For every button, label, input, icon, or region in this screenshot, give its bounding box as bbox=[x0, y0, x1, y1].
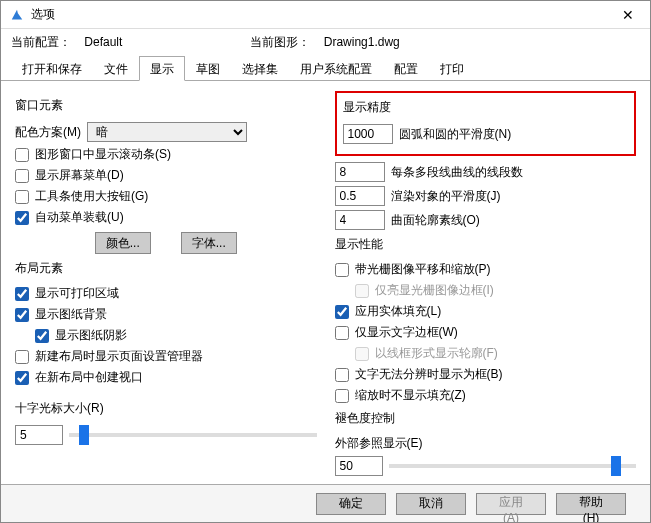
cb-raster-pan[interactable] bbox=[335, 263, 349, 277]
scheme-label: 配色方案(M) bbox=[15, 124, 81, 141]
cb-raster-frame bbox=[355, 284, 369, 298]
section-window-elements: 窗口元素 bbox=[15, 97, 317, 114]
tab-sketch[interactable]: 草图 bbox=[185, 56, 231, 81]
tab-display[interactable]: 显示 bbox=[139, 56, 185, 81]
tab-print[interactable]: 打印 bbox=[429, 56, 475, 81]
tab-files[interactable]: 文件 bbox=[93, 56, 139, 81]
section-fade: 褪色度控制 bbox=[335, 410, 637, 427]
help-button[interactable]: 帮助(H) bbox=[556, 493, 626, 515]
font-button[interactable]: 字体... bbox=[181, 232, 237, 254]
close-icon[interactable]: ✕ bbox=[614, 7, 642, 23]
cancel-button[interactable]: 取消 bbox=[396, 493, 466, 515]
color-button[interactable]: 颜色... bbox=[95, 232, 151, 254]
polyline-seg-label: 每条多段线曲线的线段数 bbox=[391, 164, 523, 181]
cb-scrollbars[interactable] bbox=[15, 148, 29, 162]
cb-solid-fill[interactable] bbox=[335, 305, 349, 319]
cb-create-viewport[interactable] bbox=[15, 371, 29, 385]
config-value: Default bbox=[84, 35, 122, 49]
app-icon bbox=[9, 7, 25, 23]
cb-wireframe bbox=[355, 347, 369, 361]
section-crosshair: 十字光标大小(R) bbox=[15, 400, 317, 417]
config-label: 当前配置： bbox=[11, 35, 71, 49]
xref-fade-input[interactable] bbox=[335, 456, 383, 476]
contour-lines-label: 曲面轮廓素线(O) bbox=[391, 212, 480, 229]
crosshair-input[interactable] bbox=[15, 425, 63, 445]
polyline-seg-input[interactable] bbox=[335, 162, 385, 182]
drawing-label: 当前图形： bbox=[250, 35, 310, 49]
xref-fade-label: 外部参照显示(E) bbox=[335, 435, 637, 452]
crosshair-slider[interactable] bbox=[69, 433, 317, 437]
cb-paper-bg[interactable] bbox=[15, 308, 29, 322]
tab-selection[interactable]: 选择集 bbox=[231, 56, 289, 81]
arc-smooth-input[interactable] bbox=[343, 124, 393, 144]
cb-printable-area[interactable] bbox=[15, 287, 29, 301]
section-layout-elements: 布局元素 bbox=[15, 260, 317, 277]
section-performance: 显示性能 bbox=[335, 236, 637, 253]
tab-profiles[interactable]: 配置 bbox=[383, 56, 429, 81]
cb-large-buttons[interactable] bbox=[15, 190, 29, 204]
cb-auto-menu[interactable] bbox=[15, 211, 29, 225]
tab-user-prefs[interactable]: 用户系统配置 bbox=[289, 56, 383, 81]
arc-smooth-label: 圆弧和圆的平滑度(N) bbox=[399, 126, 512, 143]
scheme-select[interactable]: 暗 bbox=[87, 122, 247, 142]
cb-text-frame[interactable] bbox=[335, 326, 349, 340]
render-smooth-label: 渲染对象的平滑度(J) bbox=[391, 188, 501, 205]
xref-fade-slider[interactable] bbox=[389, 464, 637, 468]
section-precision: 显示精度 bbox=[343, 99, 629, 116]
drawing-value: Drawing1.dwg bbox=[324, 35, 400, 49]
tab-open-save[interactable]: 打开和保存 bbox=[11, 56, 93, 81]
cb-zoom-no-fill[interactable] bbox=[335, 389, 349, 403]
window-title: 选项 bbox=[31, 6, 55, 23]
render-smooth-input[interactable] bbox=[335, 186, 385, 206]
ok-button[interactable]: 确定 bbox=[316, 493, 386, 515]
cb-screen-menu[interactable] bbox=[15, 169, 29, 183]
contour-lines-input[interactable] bbox=[335, 210, 385, 230]
cb-paper-shadow[interactable] bbox=[35, 329, 49, 343]
apply-button[interactable]: 应用(A) bbox=[476, 493, 546, 515]
cb-page-setup-mgr[interactable] bbox=[15, 350, 29, 364]
cb-text-as-box[interactable] bbox=[335, 368, 349, 382]
